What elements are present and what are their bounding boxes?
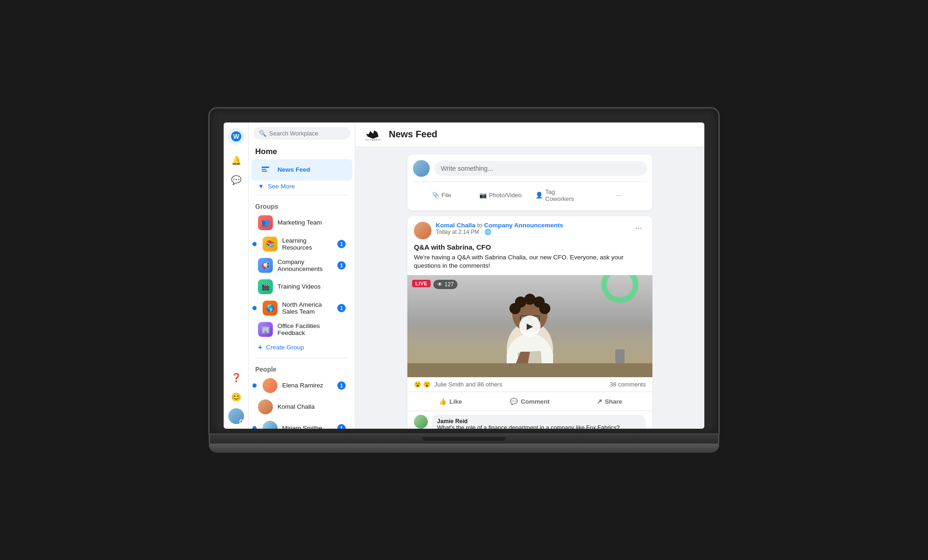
announcements-icon: 📢 (258, 258, 273, 273)
emoji-icon: 😊 (231, 392, 241, 402)
komal-avatar (258, 399, 273, 414)
feed-container: Write something... 📎 File 📷 Photo/Video (400, 147, 660, 429)
comment-button[interactable]: 💬 Comment (490, 394, 569, 409)
sales-icon: 🌎 (263, 301, 277, 315)
post1-more-button[interactable]: ··· (632, 222, 646, 234)
post1-author-avatar[interactable] (414, 222, 432, 239)
svg-text:W: W (233, 133, 239, 140)
page-title: News Feed (389, 129, 437, 140)
post1-title: Q&A with Sabrina, CFO (414, 243, 646, 251)
newsfeed-label: News Feed (277, 166, 346, 173)
composer-more-btn[interactable]: ··· (590, 189, 647, 201)
privacy-icon: · (481, 229, 482, 235)
svg-point-12 (539, 303, 550, 314)
chat-icon: 💬 (231, 175, 241, 185)
reactions-left[interactable]: 😮 😮 Julie Smith and 86 others (414, 381, 503, 388)
online-status-dot (239, 419, 244, 424)
composer-photo-btn[interactable]: 📷 Photo/Video (472, 189, 529, 201)
icon-bar: W 🔔 💬 ❓ 😊 (224, 122, 249, 429)
home-section-title: Home (249, 144, 355, 159)
sidebar-item-elena[interactable]: Elena Ramirez 1 (251, 375, 352, 396)
facilities-icon: 🏢 (258, 322, 273, 337)
post1-author-link[interactable]: Komal Challa (436, 222, 476, 229)
post-card-1: Komal Challa to Company Announcements To… (407, 216, 652, 429)
comment-item-1: Jamie Reid What's the role of a finance … (414, 415, 646, 428)
create-group-button[interactable]: + Create Group (251, 340, 352, 355)
sidebar-item-sales[interactable]: 🌎 North America Sales Team 1 (251, 297, 352, 319)
share-button[interactable]: ↗ Share (570, 394, 649, 409)
post1-text: We're having a Q&A with Sabrina Challa, … (414, 253, 646, 271)
composer-avatar (413, 160, 430, 177)
help-icon-btn[interactable]: ❓ (228, 369, 245, 386)
post1-destination-link[interactable]: Company Announcements (484, 222, 563, 229)
comment-count: 38 comments (610, 381, 646, 388)
more-icon: ··· (616, 192, 621, 199)
reaction-emoji-2: 😮 (423, 381, 431, 388)
sidebar-item-seemore[interactable]: ▼ See More (251, 180, 352, 192)
composer-input[interactable]: Write something... (434, 161, 647, 176)
search-input[interactable] (269, 130, 345, 137)
marketing-icon: 👥 (258, 215, 273, 230)
post1-content: Q&A with Sabrina, CFO We're having a Q&A… (407, 243, 652, 276)
workplace-logo-btn[interactable]: W (228, 128, 245, 145)
like-icon: 👍 (439, 398, 447, 405)
file-icon: 📎 (432, 192, 439, 199)
bell-icon: 🔔 (231, 155, 241, 166)
reaction-emoji-1: 😮 (414, 381, 421, 388)
search-box[interactable]: 🔍 (253, 127, 350, 140)
comment-bubble-1: Jamie Reid What's the role of a finance … (432, 415, 646, 428)
laptop-stand (209, 444, 719, 453)
svg-rect-2 (262, 167, 269, 168)
marketing-label: Marketing Team (277, 219, 346, 226)
learning-notification-dot (252, 242, 257, 246)
live-badge: LIVE (412, 280, 431, 287)
main-header: FOX FABRICS News Feed (355, 122, 704, 147)
sales-notification-dot (252, 306, 257, 310)
green-circle-decoration (601, 275, 638, 303)
chat-icon-btn[interactable]: 💬 (228, 172, 245, 188)
sidebar-item-miriam[interactable]: Miriam Smithe 1 (251, 418, 352, 429)
brand-logo: FOX FABRICS (365, 128, 381, 141)
sidebar-item-learning[interactable]: 📚 Learning Resources 1 (251, 233, 352, 255)
laptop-base (209, 434, 719, 444)
emoji-icon-btn[interactable]: 😊 (228, 389, 245, 406)
sidebar-item-marketing[interactable]: 👥 Marketing Team (251, 212, 352, 233)
user-avatar[interactable] (228, 408, 244, 424)
post1-time: Today at 2:14 PM · 🌐 (436, 229, 563, 235)
announcements-badge: 1 (337, 261, 346, 270)
miriam-badge: 1 (337, 424, 346, 429)
facilities-label: Office Facilities Feedback (277, 322, 346, 336)
miriam-label: Miriam Smithe (282, 425, 333, 429)
sidebar-item-announcements[interactable]: 📢 Company Announcements 1 (251, 255, 352, 276)
post1-media[interactable]: LIVE 👁 127 ▶ (407, 275, 652, 377)
sidebar-item-training[interactable]: 🎬 Training Videos (251, 276, 352, 297)
chevron-down-icon: ▼ (258, 183, 264, 190)
post1-actions: 👍 Like 💬 Comment ↗ Share (407, 392, 652, 411)
composer-tag-btn[interactable]: 👤 Tag Coworkers (531, 186, 588, 205)
comment-icon: 💬 (510, 398, 518, 405)
search-icon: 🔍 (259, 130, 266, 137)
miriam-dot (252, 426, 257, 429)
svg-text:FOX FABRICS: FOX FABRICS (365, 138, 381, 141)
elena-label: Elena Ramirez (282, 382, 333, 389)
svg-rect-3 (262, 169, 266, 170)
play-button[interactable]: ▶ (519, 315, 541, 337)
share-icon: ↗ (597, 398, 602, 405)
sidebar-item-komal[interactable]: Komal Challa (251, 396, 352, 418)
post1-author: Komal Challa to Company Announcements (436, 222, 563, 229)
bell-icon-btn[interactable]: 🔔 (228, 152, 245, 169)
learning-icon: 📚 (263, 237, 277, 251)
divider (255, 195, 348, 195)
eye-icon: 👁 (437, 281, 443, 288)
sales-badge: 1 (337, 304, 346, 312)
sidebar-item-newsfeed[interactable]: News Feed (251, 159, 352, 180)
composer-file-btn[interactable]: 📎 File (413, 189, 470, 201)
globe-icon-2: 🌐 (484, 229, 491, 235)
like-button[interactable]: 👍 Like (411, 394, 490, 409)
jamie-avatar[interactable] (414, 415, 428, 428)
sidebar-item-facilities[interactable]: 🏢 Office Facilities Feedback (251, 319, 352, 340)
announcements-label: Company Announcements (277, 258, 333, 272)
elena-badge: 1 (337, 381, 346, 390)
learning-label: Learning Resources (282, 237, 333, 251)
svg-rect-4 (262, 171, 267, 172)
